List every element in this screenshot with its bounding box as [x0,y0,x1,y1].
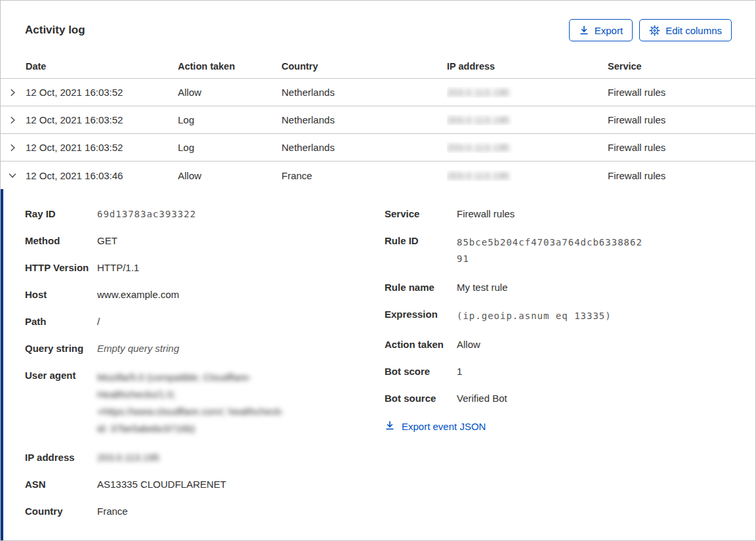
detail-row-path: Path / [25,315,385,328]
cell-action-taken: Log [178,114,282,125]
detail-label: Ray ID [25,207,97,221]
header-cell-service: Service [608,61,755,79]
header-cell-action: Action taken [178,61,282,79]
detail-row-host: Host www.example.com [25,288,385,301]
detail-value-host: www.example.com [97,288,179,301]
detail-label: Expression [385,308,457,324]
toolbar-buttons: Export [569,19,732,41]
cell-service: Firewall rules [608,87,755,98]
detail-row-user-agent: User agent Mozilla/5.0 (compatible; Clou… [25,369,385,437]
cell-date: 12 Oct, 2021 16:03:52 [26,114,178,125]
detail-label: Rule ID [385,234,457,267]
cell-country: Netherlands [282,87,447,98]
download-icon [385,420,395,433]
export-event-json-label: Export event JSON [402,421,486,432]
cell-action-taken: Log [178,142,282,153]
cell-ip-redacted: 203.0.113.195 [447,142,509,153]
edit-columns-button-label: Edit columns [665,25,722,36]
cell-service: Firewall rules [608,114,755,125]
detail-label: Service [385,207,457,221]
detail-row-rule-id: Rule ID 85bce5b204cf4703a764dcb633886291 [385,234,732,267]
detail-label: User agent [25,369,97,437]
cell-date: 12 Oct, 2021 16:03:52 [26,87,178,98]
cell-date: 12 Oct, 2021 16:03:52 [26,142,178,153]
cell-service: Firewall rules [608,170,755,181]
page-title: Activity log [25,24,85,37]
chevron-down-icon[interactable] [1,171,26,180]
detail-row-query-string: Query string Empty query string [25,342,385,355]
detail-label: HTTP Version [25,261,97,274]
chevron-right-icon[interactable] [1,116,26,125]
detail-label: IP address [25,451,97,464]
detail-label: Bot source [385,392,457,405]
detail-value-method: GET [97,234,117,248]
detail-label: Path [25,315,97,328]
detail-value-rule-name: My test rule [457,281,508,294]
detail-label: Action taken [385,338,457,351]
table-row[interactable]: 12 Oct, 2021 16:03:52 Log Netherlands 20… [1,134,755,162]
cell-ip-redacted: 203.0.113.195 [447,114,509,125]
cell-ip-redacted: 203.0.113.195 [447,87,509,98]
detail-value-ip-redacted: 203.0.113.195 [97,451,159,464]
detail-label: ASN [25,478,97,491]
table-row[interactable]: 12 Oct, 2021 16:03:52 Allow Netherlands … [1,79,755,106]
cell-country: Netherlands [282,114,447,125]
detail-label: Bot score [385,365,457,378]
detail-value-service: Firewall rules [457,207,514,221]
detail-label: Query string [25,342,97,355]
event-details-panel: Ray ID 69d13783ac393322 Method GET HTTP … [1,189,755,540]
detail-row-bot-source: Bot source Verified Bot [385,392,732,405]
detail-value-action-taken: Allow [457,338,480,351]
cell-action-taken: Allow [178,170,282,181]
detail-value-path: / [97,315,100,328]
detail-value-expression: (ip.geoip.asnum eq 13335) [457,308,647,324]
header-cell-expand [1,61,26,79]
detail-row-ip-address: IP address 203.0.113.195 [25,451,385,464]
detail-label: Host [25,288,97,301]
cell-service: Firewall rules [608,142,755,153]
detail-value-query-string: Empty query string [97,342,179,355]
chevron-right-icon[interactable] [1,143,26,152]
detail-value-asn: AS13335 CLOUDFLARENET [97,478,226,491]
table-row[interactable]: 12 Oct, 2021 16:03:52 Log Netherlands 20… [1,106,755,134]
detail-value-rule-id: 85bce5b204cf4703a764dcb633886291 [457,234,647,267]
detail-row-action-taken: Action taken Allow [385,338,732,351]
header-cell-country: Country [282,61,447,79]
cell-country: France [282,170,447,181]
export-event-json-link[interactable]: Export event JSON [385,420,486,433]
detail-row-service: Service Firewall rules [385,207,732,221]
detail-row-method: Method GET [25,234,385,248]
detail-row-http-version: HTTP Version HTTP/1.1 [25,261,385,274]
table-row-expanded[interactable]: 12 Oct, 2021 16:03:46 Allow France 203.0… [1,162,755,189]
detail-value-user-agent-redacted: Mozilla/5.0 (compatible; Cloudflare-Heal… [97,369,294,437]
detail-row-expression: Expression (ip.geoip.asnum eq 13335) [385,308,732,324]
detail-row-asn: ASN AS13335 CLOUDFLARENET [25,478,385,491]
export-button[interactable]: Export [569,19,633,41]
chevron-right-icon[interactable] [1,88,26,97]
gear-icon [649,25,660,36]
activity-log-panel: Activity log Export [0,0,756,541]
header-cell-ip: IP address [447,61,608,79]
detail-label: Rule name [385,281,457,294]
cell-date: 12 Oct, 2021 16:03:46 [26,170,178,181]
detail-value-bot-source: Verified Bot [457,392,507,405]
detail-value-bot-score: 1 [457,365,462,378]
header-cell-date: Date [26,61,178,79]
detail-value-http-version: HTTP/1.1 [97,261,139,274]
toolbar: Activity log Export [1,1,755,53]
detail-label: Country [25,505,97,518]
detail-label: Method [25,234,97,248]
event-details-right-column: Service Firewall rules Rule ID 85bce5b20… [385,207,732,525]
edit-columns-button[interactable]: Edit columns [639,19,732,41]
detail-row-bot-score: Bot score 1 [385,365,732,378]
detail-row-ray-id: Ray ID 69d13783ac393322 [25,207,385,221]
detail-row-rule-name: Rule name My test rule [385,281,732,294]
event-details-left-column: Ray ID 69d13783ac393322 Method GET HTTP … [25,207,385,525]
table-header: Date Action taken Country IP address Ser… [1,53,755,79]
detail-row-country: Country France [25,505,385,518]
export-button-label: Export [595,25,623,36]
cell-action-taken: Allow [178,87,282,98]
cell-country: Netherlands [282,142,447,153]
download-icon [579,25,589,35]
detail-value-ray-id: 69d13783ac393322 [97,207,196,221]
